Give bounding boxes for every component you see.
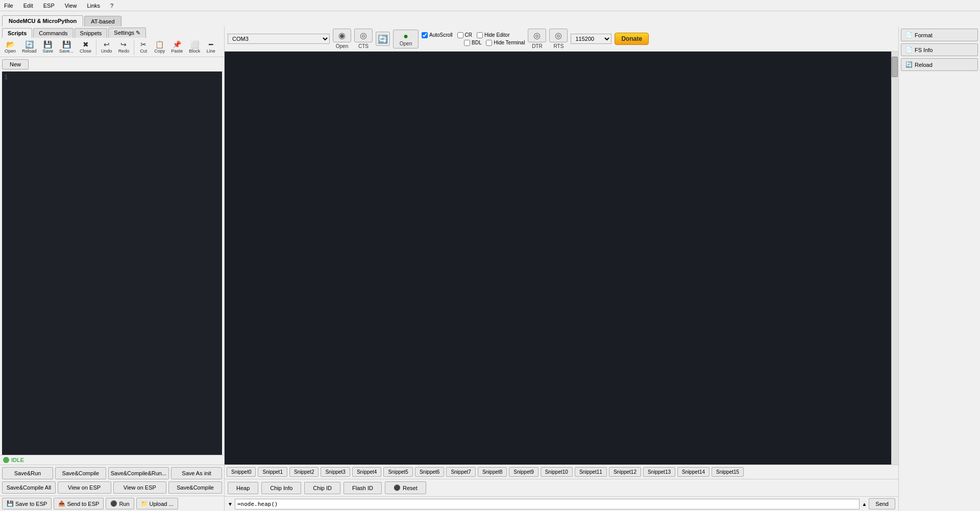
save-run-btn[interactable]: Save&Run: [2, 467, 53, 479]
save-to-esp-icon: 💾: [7, 500, 14, 507]
reset-btn[interactable]: ⚫ Reset: [385, 481, 426, 494]
snippet-btn-0[interactable]: Snippet0: [227, 467, 256, 477]
toolbar-reload-label: Reload: [22, 48, 37, 54]
toolbar-redo-btn[interactable]: ↪ Redo: [116, 39, 132, 55]
run-btn[interactable]: ⚫ Run: [106, 498, 134, 509]
dtr-btn[interactable]: ◎: [528, 29, 546, 42]
command-input[interactable]: [235, 499, 860, 509]
toolbar-undo-btn[interactable]: ↩ Undo: [99, 39, 115, 55]
reload-fs-btn[interactable]: 🔄 Reload: [901, 58, 978, 71]
close-icon: ✖: [83, 41, 89, 48]
upload-btn[interactable]: 📁 Upload ...: [136, 498, 178, 509]
rts-control: ◎ RTS: [549, 29, 568, 49]
snippet-btn-13[interactable]: Snippet13: [643, 467, 675, 477]
save-compile-run-btn[interactable]: Save&Compile&Run...: [108, 467, 169, 479]
snippet-btn-10[interactable]: Snippet10: [541, 467, 573, 477]
toolbar-block-btn[interactable]: ⬜ Block: [186, 39, 203, 55]
terminal[interactable]: [225, 52, 891, 465]
snippet-btn-14[interactable]: Snippet14: [677, 467, 709, 477]
toolbar-copy-btn[interactable]: 📋 Copy: [152, 39, 167, 55]
toolbar-line-btn[interactable]: ━ Line: [204, 39, 218, 55]
cts-label: CTS: [358, 43, 369, 49]
snippet-btn-8[interactable]: Snippet8: [478, 467, 507, 477]
snippet-btn-4[interactable]: Snippet4: [352, 467, 381, 477]
chip-info-btn[interactable]: Chip Info: [261, 482, 301, 494]
snippet-btn-3[interactable]: Snippet3: [321, 467, 350, 477]
open-serial-btn[interactable]: ◉: [333, 29, 351, 42]
refresh-btn[interactable]: 🔄: [376, 32, 390, 46]
undo-icon: ↩: [104, 41, 110, 48]
view-on-esp-btn2[interactable]: View on ESP: [113, 481, 167, 494]
chip-id-btn[interactable]: Chip ID: [304, 482, 340, 494]
menu-links[interactable]: Links: [85, 2, 102, 10]
menu-file[interactable]: File: [2, 2, 15, 10]
format-icon: 📄: [905, 32, 913, 38]
cr-checkbox[interactable]: [457, 32, 463, 38]
toolbar-open-btn[interactable]: 📂 Open: [2, 39, 18, 55]
new-button[interactable]: New: [2, 59, 29, 69]
cr-label: CR: [465, 32, 472, 38]
hide-editor-label: Hide Editor: [484, 32, 509, 38]
view-on-esp-btn[interactable]: View on ESP: [58, 481, 111, 494]
menu-view[interactable]: View: [63, 2, 79, 10]
block-icon: ⬜: [190, 41, 199, 48]
heap-btn[interactable]: Heap: [228, 482, 258, 494]
open-control: ◉ Open: [333, 29, 351, 49]
send-button[interactable]: Send: [869, 498, 895, 509]
save-to-esp-btn[interactable]: 💾 Save to ESP: [2, 498, 52, 509]
cts-btn[interactable]: ◎: [354, 29, 373, 42]
editor-area[interactable]: 1: [2, 71, 222, 455]
bdl-checkbox[interactable]: [464, 40, 470, 46]
tab-snippets[interactable]: Snippets: [75, 28, 108, 38]
toolbar-close-btn[interactable]: ✖ Close: [77, 39, 94, 55]
snippet-btn-9[interactable]: Snippet9: [509, 467, 538, 477]
tab-at-based[interactable]: AT-based: [84, 16, 121, 27]
save-compile-btn2[interactable]: Save&Compile: [168, 481, 222, 494]
open-green-btn[interactable]: ● Open: [393, 30, 419, 48]
toolbar: 📂 Open 🔄 Reload 💾 Save 💾 Save... ✖ Close: [0, 38, 224, 57]
scrollbar-thumb[interactable]: [892, 57, 898, 77]
toolbar-save-btn[interactable]: 💾 Save: [40, 39, 56, 55]
com-controls-bar: COM3 ◉ Open ◎ CTS 🔄 ●: [225, 27, 898, 52]
flash-id-btn[interactable]: Flash ID: [344, 482, 382, 494]
fs-info-icon: 📄: [905, 46, 913, 53]
autoscroll-checkbox[interactable]: [422, 32, 428, 38]
reload-fs-icon: 🔄: [905, 61, 913, 68]
toolbar-sep2: [134, 40, 134, 55]
tab-nodemcu[interactable]: NodeMCU & MicroPython: [2, 15, 83, 27]
reload-icon: 🔄: [25, 41, 34, 48]
snippet-btn-11[interactable]: Snippet11: [575, 467, 607, 477]
baud-rate-select[interactable]: 115200 9600 19200 38400 57600 230400 460…: [571, 34, 611, 44]
com-port-select[interactable]: COM3: [228, 34, 330, 44]
snippet-btn-6[interactable]: Snippet6: [415, 467, 444, 477]
save-compile-all-btn[interactable]: Save&Compile All: [2, 481, 56, 494]
toolbar-cut-btn[interactable]: ✂ Cut: [136, 39, 151, 55]
tab-commands[interactable]: Commands: [33, 28, 73, 38]
tab-scripts[interactable]: Scripts: [2, 28, 32, 38]
toolbar-saveas-btn[interactable]: 💾 Save...: [57, 39, 76, 55]
menu-help[interactable]: ?: [108, 2, 115, 10]
donate-button[interactable]: Donate: [615, 33, 649, 45]
toolbar-reload-btn[interactable]: 🔄 Reload: [19, 39, 39, 55]
hide-editor-checkbox[interactable]: [477, 32, 483, 38]
snippet-btn-5[interactable]: Snippet5: [383, 467, 412, 477]
terminal-scrollbar-v[interactable]: [891, 52, 898, 465]
hide-terminal-checkbox[interactable]: [486, 40, 492, 46]
save-compile-btn[interactable]: Save&Compile: [55, 467, 106, 479]
snippet-btn-12[interactable]: Snippet12: [609, 467, 641, 477]
snippet-btn-7[interactable]: Snippet7: [446, 467, 475, 477]
snippet-btn-15[interactable]: Snippet15: [712, 467, 744, 477]
send-to-esp-btn[interactable]: 📤 Send to ESP: [54, 498, 104, 509]
save-as-init-btn[interactable]: Save As init: [171, 467, 222, 479]
menu-esp[interactable]: ESP: [41, 2, 57, 10]
tab-settings[interactable]: Settings ✎: [108, 28, 146, 38]
rts-btn[interactable]: ◎: [549, 29, 568, 42]
toolbar-paste-btn[interactable]: 📌 Paste: [168, 39, 185, 55]
saveas-icon: 💾: [62, 41, 71, 48]
cut-icon: ✂: [140, 41, 146, 48]
snippet-btn-1[interactable]: Snippet1: [258, 467, 287, 477]
menu-edit[interactable]: Edit: [21, 2, 35, 10]
fs-info-btn[interactable]: 📄 FS Info: [901, 43, 978, 56]
snippet-btn-2[interactable]: Snippet2: [289, 467, 318, 477]
format-btn[interactable]: 📄 Format: [901, 29, 978, 41]
